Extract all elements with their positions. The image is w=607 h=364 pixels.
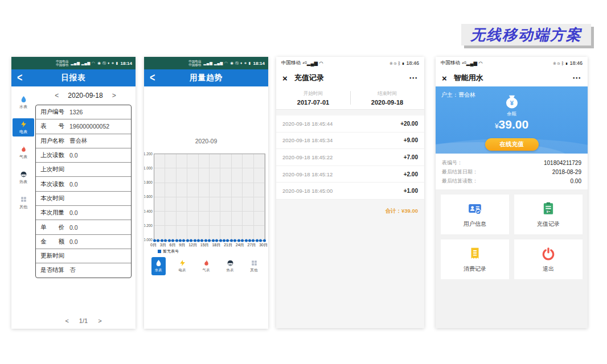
prev-page-button[interactable]: < — [65, 317, 68, 324]
meter-info-panel: 表编号：101804211729 最后结算日期：2018-08-29 最后结算读… — [436, 154, 588, 189]
table-row: 本次时间 — [36, 192, 131, 206]
balance-label: 余额 — [507, 111, 516, 118]
water-drop-icon — [20, 96, 27, 103]
page-indicator: 1/1 — [79, 317, 88, 324]
info-value: 2018-08-29 — [552, 169, 581, 175]
tab-label: 其他 — [251, 268, 258, 273]
online-recharge-button[interactable]: 在线充值 — [485, 138, 539, 151]
meter-type-tabs: 水表 电表 气表 热表 其他 — [144, 257, 268, 275]
close-icon[interactable]: × — [442, 74, 447, 82]
signal-icons: ⁴ᴳ▂▄▆ ◠ — [302, 60, 323, 66]
field-label: 用户编号 — [40, 108, 64, 116]
close-icon[interactable]: × — [282, 74, 288, 82]
carrier-label: 中国移动 — [281, 60, 301, 67]
lightning-icon — [20, 121, 27, 128]
sidebar-item-gas[interactable]: 气表 — [13, 143, 34, 162]
record-time: 2020-09-18 18:45:34 — [282, 137, 333, 143]
record-time: 2020-09-18 18:45:44 — [282, 121, 333, 127]
sidebar-label: 电表 — [19, 129, 27, 135]
user-info-card[interactable]: 用户信息 — [441, 195, 509, 234]
record-time: 2020-09-18 18:45:12 — [282, 171, 333, 177]
date-navigator: < 2020-09-18 > — [35, 86, 136, 105]
record-time: 2020-09-18 18:45:00 — [282, 188, 333, 194]
back-icon[interactable]: < — [150, 72, 155, 84]
field-label: 上次读数 — [40, 151, 64, 159]
more-menu-icon[interactable]: ⋯ — [409, 73, 418, 83]
tab-gas[interactable]: 气表 — [199, 257, 214, 275]
card-label: 充值记录 — [537, 220, 560, 228]
sidebar-label: 气表 — [19, 154, 27, 160]
status-icons: ◉ Ⓝ ♦ ∗ ▮ — [97, 61, 118, 66]
clock-text: 18:14 — [253, 61, 265, 66]
status-bar: 中国电信中国移动 ▂▄▆ ▂▄▆ ◠ ◉ Ⓝ ♦ ∗ ▮ 18:14 — [144, 57, 268, 69]
total-value: ¥39.00 — [401, 208, 418, 214]
table-row: 用户名称曹会林 — [36, 134, 131, 148]
total-label: 合计： — [385, 208, 401, 214]
prev-day-button[interactable]: < — [55, 92, 59, 100]
sidebar-item-other[interactable]: 其他 — [13, 193, 34, 212]
divider — [350, 91, 351, 105]
list-item: 2020-09-18 18:45:22+7.00 — [276, 149, 424, 166]
table-row: 本次读数0.0 — [36, 177, 131, 191]
flame-icon — [20, 146, 27, 153]
signal-icons: ▂▄▆ ▂▄▆ ◠ — [71, 61, 95, 65]
pagination: < 1/1 > — [35, 317, 132, 324]
carrier-label: 中国电信中国移动 — [56, 60, 68, 67]
sidebar-item-water[interactable]: 水表 — [13, 93, 34, 111]
sidebar-item-electric[interactable]: 电表 — [13, 118, 34, 136]
field-value: 0.0 — [69, 224, 78, 231]
field-label: 上次时间 — [40, 166, 64, 173]
meter-type-sidebar: 水表 电表 气表 热表 其他 — [11, 86, 35, 329]
end-date-picker[interactable]: 结束时间 2020-09-18 — [350, 86, 424, 109]
tab-other[interactable]: 其他 — [247, 257, 261, 275]
start-date-picker[interactable]: 开始时间 2017-07-01 — [276, 86, 350, 109]
balance-card: 户主：曹会林 余额 ¥39.00 在线充值 — [436, 86, 588, 154]
exit-card[interactable]: 退出 — [514, 239, 583, 279]
next-page-button[interactable]: > — [98, 317, 101, 324]
record-amount: +9.00 — [404, 137, 418, 143]
tab-heat[interactable]: 热表 — [223, 257, 237, 275]
record-amount: +7.00 — [404, 154, 418, 160]
list-item: 2020-09-18 18:45:00+1.00 — [276, 183, 424, 200]
tab-electric[interactable]: 电表 — [175, 257, 190, 275]
back-icon[interactable]: < — [17, 72, 22, 84]
clock-text: 18:46 — [406, 60, 419, 66]
sidebar-label: 热表 — [19, 179, 27, 185]
clock-text: 18:14 — [121, 61, 132, 66]
list-item: 2020-09-18 18:45:34+9.00 — [276, 133, 424, 150]
chart-plot-area[interactable] — [154, 154, 265, 241]
flame-icon — [203, 259, 210, 267]
status-icons: ◉ ◷ ᛒ ▮ — [390, 61, 405, 66]
info-row: 最后结算读数：0.00 — [442, 176, 581, 185]
info-row: 表编号：101804211729 — [442, 158, 581, 167]
app-header: < 用量趋势 — [144, 69, 268, 86]
status-bar: 中国移动 ⁴ᴳ▂▄▆ ◠ ◉ ◷ ᛒ ▮ 18:46 — [276, 57, 424, 69]
owner-name: 曹会林 — [458, 92, 475, 98]
tab-label: 电表 — [179, 268, 186, 273]
table-row: 上次时间 — [36, 163, 131, 177]
clock-text: 18:46 — [569, 60, 583, 66]
next-day-button[interactable]: > — [112, 92, 116, 100]
field-label: 更新时间 — [40, 252, 64, 260]
sidebar-item-heat[interactable]: 热表 — [13, 168, 34, 187]
recharge-record-card[interactable]: 充值记录 — [514, 195, 583, 234]
current-date[interactable]: 2020-09-18 — [68, 92, 102, 100]
divider — [276, 110, 424, 115]
report-form: 用户编号1326 表 号196000000052 用户名称曹会林 上次读数0.0… — [35, 105, 132, 278]
header-title: 用量趋势 — [144, 73, 268, 83]
field-value: 0.0 — [69, 209, 78, 216]
grid-icon — [251, 259, 258, 267]
tab-label: 热表 — [227, 268, 234, 273]
page-title: 无线移动端方案 — [461, 24, 591, 46]
carrier-label: 中国移动 — [441, 60, 460, 67]
app-header: < 日报表 — [11, 69, 136, 86]
carrier-label: 中国电信中国移动 — [188, 60, 201, 67]
home-menu-grid: 用户信息 充值记录 消费记录 退出 — [436, 189, 588, 328]
consumption-record-card[interactable]: 消费记录 — [441, 239, 509, 279]
more-menu-icon[interactable]: ⋯ — [572, 73, 581, 83]
tab-water[interactable]: 水表 — [151, 257, 166, 275]
field-label: 用户名称 — [40, 137, 64, 145]
currency-symbol: ¥ — [495, 122, 499, 130]
field-value: 196000000052 — [69, 123, 109, 130]
x-axis-ticks: 0日3日 6日9日 12日15日 18日21日 24日27日 30日 — [150, 242, 268, 248]
